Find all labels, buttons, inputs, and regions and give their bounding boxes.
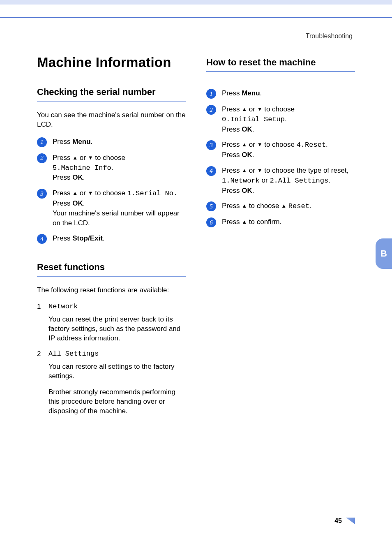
text: Press <box>222 141 242 148</box>
menu-path: 1.Network <box>222 177 260 185</box>
ok-keyword: OK <box>242 187 252 194</box>
menu-path: 4.Reset <box>297 141 326 149</box>
text: . <box>328 176 330 184</box>
step-item: 4 Press Stop/Exit. <box>37 234 186 244</box>
down-arrow-icon: ▼ <box>88 155 93 161</box>
section-intro: The following reset functions are availa… <box>37 286 186 295</box>
menu-path: 0.Initial Setup <box>222 116 285 123</box>
ok-keyword: OK <box>72 199 83 207</box>
list-label: Network <box>48 303 186 311</box>
step-text: Press ▲ or ▼ to choose 5.Machine Info. P… <box>53 153 186 183</box>
text: . <box>309 202 311 210</box>
up-arrow-icon: ▲ <box>242 106 247 112</box>
text: or <box>78 154 88 162</box>
text: Press <box>222 125 242 133</box>
list-number: 1 <box>37 303 44 311</box>
ok-keyword: OK <box>242 151 252 159</box>
text: . <box>83 199 85 207</box>
page-title: Machine Information <box>37 55 186 70</box>
right-column: How to reset the machine 1 Press Menu. 2… <box>206 55 355 423</box>
step-item: 4 Press ▲ or ▼ to choose the type of res… <box>206 166 355 195</box>
text: Your machine's serial number will appear… <box>53 208 186 228</box>
text: Press <box>222 105 242 113</box>
text: to choose <box>263 141 297 148</box>
text: to choose <box>263 105 295 113</box>
stop-exit-keyword: Stop/Exit <box>72 234 103 242</box>
list-description: Brother strongly recommends performing t… <box>48 388 186 416</box>
up-arrow-icon: ▲ <box>242 219 247 225</box>
text: Press <box>53 199 72 207</box>
page-number: 45 <box>334 517 342 525</box>
text: Press <box>53 138 72 146</box>
text: Press <box>53 189 72 197</box>
text: . <box>111 164 113 171</box>
up-arrow-icon: ▲ <box>281 203 286 209</box>
step-number-badge: 6 <box>206 217 216 227</box>
text: to choose <box>93 189 127 197</box>
step-number-badge: 4 <box>206 166 216 176</box>
up-arrow-icon: ▲ <box>72 155 78 161</box>
up-arrow-icon: ▲ <box>72 190 78 196</box>
text: . <box>252 151 254 159</box>
step-number-badge: 1 <box>37 137 47 147</box>
text: to confirm. <box>247 218 281 226</box>
page-footer: 45 <box>334 517 355 525</box>
down-arrow-icon: ▼ <box>257 141 263 148</box>
list-item: 1 Network <box>37 303 186 311</box>
step-number-badge: 2 <box>206 105 216 115</box>
header-divider <box>0 17 392 18</box>
text: . <box>91 138 93 146</box>
list-item: 2 All Settings <box>37 350 186 358</box>
text: or <box>247 141 257 148</box>
up-arrow-icon: ▲ <box>242 203 247 209</box>
text: . <box>285 115 287 123</box>
step-number-badge: 5 <box>206 201 216 211</box>
step-text: Press Menu. <box>222 88 355 98</box>
text: . <box>83 173 85 181</box>
text: Press <box>222 89 242 97</box>
footer-corner-icon <box>346 518 355 524</box>
text: Press <box>222 218 242 226</box>
text: or <box>260 176 270 184</box>
step-text: Press Menu. <box>53 137 186 147</box>
page-content: Troubleshooting Machine Information Chec… <box>0 32 392 423</box>
up-arrow-icon: ▲ <box>242 167 247 173</box>
text: or <box>247 105 257 113</box>
text: Press <box>222 151 242 159</box>
step-text: Press ▲ or ▼ to choose 0.Initial Setup. … <box>222 104 355 134</box>
step-text: Press ▲ or ▼ to choose the type of reset… <box>222 166 355 195</box>
menu-path: 1.Serial No. <box>127 190 178 197</box>
down-arrow-icon: ▼ <box>257 106 263 112</box>
breadcrumb: Troubleshooting <box>37 32 355 40</box>
list-label: All Settings <box>48 350 186 358</box>
steps-reset: 1 Press Menu. 2 Press ▲ or ▼ to choose 0… <box>206 88 355 227</box>
step-text: Press ▲ to choose ▲ Reset. <box>222 201 355 211</box>
menu-keyword: Menu <box>72 138 90 146</box>
text: or <box>247 166 257 174</box>
text: Press <box>222 187 242 194</box>
step-number-badge: 2 <box>37 153 47 163</box>
text: to choose the type of reset, <box>263 166 349 174</box>
step-item: 6 Press ▲ to confirm. <box>206 217 355 227</box>
numbered-list: 1 Network You can reset the print server… <box>37 303 186 416</box>
step-text: Press ▲ to confirm. <box>222 217 355 227</box>
step-text: Press ▲ or ▼ to choose 1.Serial No. Pres… <box>53 188 186 228</box>
step-number-badge: 3 <box>37 189 47 199</box>
text: Press <box>53 173 72 181</box>
text: . <box>103 234 105 242</box>
steps-serial: 1 Press Menu. 2 Press ▲ or ▼ to choose 5… <box>37 137 186 244</box>
step-item: 2 Press ▲ or ▼ to choose 0.Initial Setup… <box>206 104 355 134</box>
text: Press <box>222 202 242 210</box>
step-text: Press Stop/Exit. <box>53 234 186 243</box>
menu-path: 5.Machine Info <box>53 164 111 172</box>
left-column: Machine Information Checking the serial … <box>37 55 186 423</box>
text: Press <box>53 234 72 242</box>
up-arrow-icon: ▲ <box>242 141 247 148</box>
section-tab: B <box>376 238 392 269</box>
list-description: You can restore all settings to the fact… <box>48 362 186 381</box>
section-heading-how-to-reset: How to reset the machine <box>206 57 355 72</box>
section-intro: You can see the machine's serial number … <box>37 111 186 130</box>
step-item: 1 Press Menu. <box>37 137 186 147</box>
step-text: Press ▲ or ▼ to choose 4.Reset. Press OK… <box>222 140 355 160</box>
text: . <box>326 141 328 148</box>
